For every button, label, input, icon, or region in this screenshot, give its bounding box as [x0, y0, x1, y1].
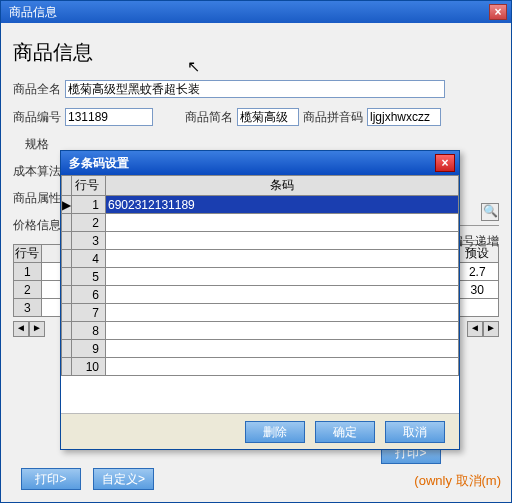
- row-arrow-icon: ▶: [62, 196, 72, 214]
- grid-row[interactable]: 7: [62, 304, 459, 322]
- label-cost: 成本算法: [13, 163, 61, 180]
- input-pinyin[interactable]: [367, 108, 441, 126]
- cell-rowno: 2: [14, 281, 42, 299]
- cell-rowno: 4: [72, 250, 106, 268]
- input-fullname[interactable]: [65, 80, 445, 98]
- grid-row[interactable]: 4: [62, 250, 459, 268]
- scroll-right2-icon[interactable]: ►: [483, 321, 499, 337]
- main-titlebar: 商品信息 ×: [1, 1, 511, 23]
- input-code[interactable]: [65, 108, 153, 126]
- th-rowno: 行号: [14, 245, 42, 263]
- cell-rowno: 1: [72, 196, 106, 214]
- footer-buttons: 打印> 自定义>: [21, 468, 154, 490]
- label-spec: 规格: [25, 136, 49, 153]
- grid-row[interactable]: 6: [62, 286, 459, 304]
- th-barcode: 条码: [106, 176, 459, 196]
- ok-button[interactable]: 确定: [315, 421, 375, 443]
- close-icon[interactable]: ×: [489, 4, 507, 20]
- cell[interactable]: 2.7: [456, 263, 499, 281]
- cell-rowno: 5: [72, 268, 106, 286]
- label-fullname: 商品全名: [13, 81, 61, 98]
- label-attr: 商品属性: [13, 190, 61, 207]
- cell-barcode[interactable]: [106, 340, 459, 358]
- row-code-line: 商品编号 商品简名 商品拼音码: [13, 108, 499, 126]
- delete-button[interactable]: 删除: [245, 421, 305, 443]
- multibarcode-dialog: 多条码设置 × 行号 条码 ▶ 1 6902312131189 2 3 4 5 …: [60, 150, 460, 450]
- row-fullname: 商品全名: [13, 80, 499, 98]
- cell-rowno: 3: [14, 299, 42, 317]
- cell-barcode[interactable]: [106, 304, 459, 322]
- scroll-left2-icon[interactable]: ◄: [467, 321, 483, 337]
- input-shortname[interactable]: [237, 108, 299, 126]
- cell-barcode[interactable]: [106, 358, 459, 376]
- custom-button[interactable]: 自定义>: [93, 468, 154, 490]
- cancel-button[interactable]: 取消: [385, 421, 445, 443]
- dialog-body: 行号 条码 ▶ 1 6902312131189 2 3 4 5 6 7 8 9 …: [61, 175, 459, 413]
- cell-barcode[interactable]: 6902312131189: [106, 196, 459, 214]
- dialog-footer: 删除 确定 取消: [61, 413, 459, 449]
- cell-rowno: 2: [72, 214, 106, 232]
- cell-rowno: 9: [72, 340, 106, 358]
- dialog-title: 多条码设置: [65, 155, 435, 172]
- cell-rowno: 8: [72, 322, 106, 340]
- cell-barcode[interactable]: [106, 214, 459, 232]
- cell-rowno: 1: [14, 263, 42, 281]
- search-icon[interactable]: 🔍: [481, 203, 499, 221]
- cell-barcode[interactable]: [106, 286, 459, 304]
- grid-row[interactable]: 2: [62, 214, 459, 232]
- cell-rowno: 7: [72, 304, 106, 322]
- scroll-right-icon[interactable]: ►: [29, 321, 45, 337]
- cell-barcode[interactable]: [106, 322, 459, 340]
- label-shortname: 商品简名: [185, 109, 233, 126]
- grid-row[interactable]: 3: [62, 232, 459, 250]
- dialog-close-icon[interactable]: ×: [435, 154, 455, 172]
- grid-row[interactable]: 8: [62, 322, 459, 340]
- grid-row[interactable]: 9: [62, 340, 459, 358]
- scroll-left-icon[interactable]: ◄: [13, 321, 29, 337]
- cell-barcode[interactable]: [106, 268, 459, 286]
- cell[interactable]: 30: [456, 281, 499, 299]
- th-rowno: 行号: [72, 176, 106, 196]
- cell-rowno: 10: [72, 358, 106, 376]
- orange-hint: (ownly 取消(m): [414, 472, 501, 490]
- print-button[interactable]: 打印>: [21, 468, 81, 490]
- th-arrow: [62, 176, 72, 196]
- label-pinyin: 商品拼音码: [303, 109, 363, 126]
- label-code: 商品编号: [13, 109, 61, 126]
- page-title: 商品信息: [13, 39, 499, 66]
- cell[interactable]: [456, 299, 499, 317]
- grid-row[interactable]: ▶ 1 6902312131189: [62, 196, 459, 214]
- grid-row[interactable]: 5: [62, 268, 459, 286]
- barcode-grid: 行号 条码 ▶ 1 6902312131189 2 3 4 5 6 7 8 9 …: [61, 175, 459, 376]
- grid-row[interactable]: 10: [62, 358, 459, 376]
- dialog-titlebar: 多条码设置 ×: [61, 151, 459, 175]
- window-title: 商品信息: [5, 4, 489, 21]
- cell-rowno: 3: [72, 232, 106, 250]
- cell-barcode[interactable]: [106, 232, 459, 250]
- label-price: 价格信息: [13, 217, 61, 234]
- cell-barcode[interactable]: [106, 250, 459, 268]
- cell-rowno: 6: [72, 286, 106, 304]
